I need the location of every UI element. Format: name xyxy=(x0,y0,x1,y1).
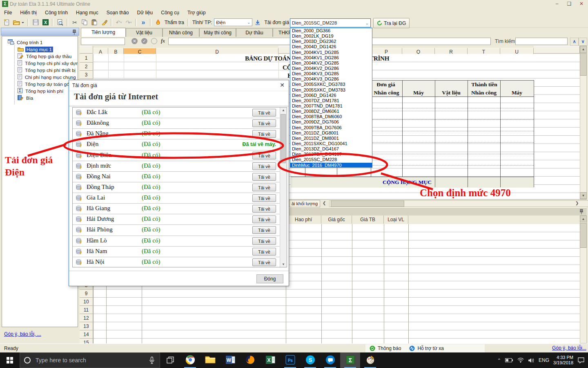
fx-icon[interactable]: fx xyxy=(161,38,165,44)
menu-item-2[interactable]: Công trình xyxy=(41,8,72,17)
tham-tra-button[interactable]: Thẩm tra xyxy=(163,20,185,25)
paint-taskbar-button[interactable] xyxy=(360,352,380,368)
copy-icon[interactable] xyxy=(80,18,89,27)
sidebar-item-4[interactable]: Tổng hợp chi phí thiết bị xyxy=(18,67,77,74)
h-scrollbar-thumb[interactable] xyxy=(331,200,404,207)
dropdown-item-21[interactable]: Dien_2011SXKC_DG10041 xyxy=(290,141,372,146)
menu-item-3[interactable]: Hạng mục xyxy=(72,8,102,17)
dropdown-item-13[interactable]: Dien_2007DZ_DM1781 xyxy=(290,98,372,103)
row-header-11[interactable]: 11 xyxy=(80,306,93,314)
cancel-icon[interactable]: ✕ xyxy=(131,38,138,44)
skype-taskbar-button[interactable]: S xyxy=(300,352,320,368)
tai-ve-button[interactable]: Tải về xyxy=(252,258,276,266)
tai-ve-button[interactable]: Tải về xyxy=(252,130,276,138)
paste-icon[interactable] xyxy=(90,18,99,27)
sidebar-item-5[interactable]: Chi phí hạng mục chung xyxy=(18,74,77,81)
row-header-12[interactable]: 12 xyxy=(80,314,93,322)
row-header-14[interactable]: 14 xyxy=(80,330,93,339)
sidebar-item-1[interactable]: Hạng mục 1 xyxy=(18,46,53,53)
search-prev-button[interactable]: ∧ xyxy=(570,38,579,46)
dialog-scrollbar[interactable]: ▲ ▼ xyxy=(280,108,287,267)
tai-ve-button[interactable]: Tải về xyxy=(252,184,276,191)
scrollbar-thumb[interactable] xyxy=(281,114,286,163)
print-preview-icon[interactable] xyxy=(56,18,65,27)
dropdown-item-0[interactable]: Dien_2000_DG366 xyxy=(290,28,372,34)
tai-ve-button[interactable]: Tải về xyxy=(252,205,276,213)
dropdown-item-7[interactable]: Dien_2004KV2_DG286 xyxy=(290,66,372,71)
tai-ve-button[interactable]: Tải về xyxy=(252,215,276,223)
scroll-up-icon[interactable]: ▲ xyxy=(580,46,587,53)
feedback-link[interactable]: Góp ý, báo lỗi... xyxy=(552,345,586,351)
taskbar-clock[interactable]: 4:33 PM 3/19/2018 xyxy=(553,355,573,366)
tab-0[interactable]: Tiên lượng xyxy=(81,28,126,37)
minimize-icon[interactable]: – xyxy=(551,0,563,7)
taskbar-search[interactable]: Type here to search xyxy=(20,352,160,368)
speaker-icon[interactable] xyxy=(528,358,535,363)
sidebar-item-0[interactable]: Công trình 1 xyxy=(8,39,44,46)
cut-icon[interactable]: ✂ xyxy=(70,18,79,27)
dropdown-item-11[interactable]: Dien_2005SXKC_DM3783 xyxy=(290,88,372,93)
dropdown-item-4[interactable]: Dien_2004KV1_DG285 xyxy=(290,50,372,55)
close-icon[interactable]: ✕ xyxy=(280,82,285,88)
dropdown-item-14[interactable]: Dien_2007TND_DM1781 xyxy=(290,103,372,109)
row-header-3[interactable]: 3 xyxy=(80,71,93,79)
row-header-9[interactable]: 9 xyxy=(80,289,93,298)
tab-1[interactable]: Vật liệu xyxy=(126,28,163,37)
dropdown-item-8[interactable]: Dien_2004KV3_DG285 xyxy=(290,71,372,76)
firefox-taskbar-button[interactable] xyxy=(240,352,260,368)
status-remote[interactable]: Hỗ trợ từ xa xyxy=(417,346,444,351)
dropdown-item-17[interactable]: Dien_2009DZ_DG7606 xyxy=(290,119,372,125)
chrome-taskbar-button[interactable] xyxy=(180,352,200,368)
battery-icon[interactable] xyxy=(505,358,513,363)
row-header-1[interactable]: 1 xyxy=(80,54,93,63)
tai-ve-button[interactable]: Tải về xyxy=(252,109,276,117)
start-button[interactable] xyxy=(0,352,20,368)
tab-scroll-left-icon[interactable]: ❮ xyxy=(323,201,326,205)
tai-ve-button[interactable]: Tải về xyxy=(252,162,276,170)
analysis-col-1[interactable]: Giá gốc xyxy=(321,215,352,224)
pin-icon[interactable] xyxy=(72,29,76,36)
redo-icon[interactable]: ↷▾ xyxy=(124,18,133,27)
dropdown-item-3[interactable]: Dien_2004D_DG1426 xyxy=(290,44,372,49)
tray-expand-icon[interactable]: ⌃ xyxy=(497,358,501,363)
dropdown-item-24[interactable]: Dien_2015SC_DM228 xyxy=(290,157,372,162)
tai-don-gia-button[interactable]: Tải đơn giá xyxy=(263,20,290,25)
undo-icon[interactable]: ↶▾ xyxy=(114,18,123,27)
tab-4[interactable]: Dự thầu xyxy=(236,28,273,37)
fast-forward-icon[interactable]: » xyxy=(139,18,148,27)
zalo-taskbar-button[interactable] xyxy=(320,352,340,368)
tab-2[interactable]: Nhân công xyxy=(163,28,199,37)
dropdown-item-10[interactable]: Dien_2005SXKC_DG3783 xyxy=(290,82,372,87)
dropdown-item-25[interactable]: DinhMuc_2016_DM4970 xyxy=(290,163,372,168)
pin-icon[interactable] xyxy=(579,209,584,215)
eta-app-taskbar-button[interactable]: Σ xyxy=(340,352,360,368)
dropdown-item-15[interactable]: Dien_2008DZ_DM6061 xyxy=(290,109,372,114)
dropdown-item-2[interactable]: Dien_2003D_DG2362 xyxy=(290,39,372,44)
column-header-blank[interactable] xyxy=(80,46,93,54)
photoshop-taskbar-button[interactable]: Ps xyxy=(280,352,300,368)
maximize-icon[interactable]: ❑ xyxy=(564,0,575,7)
tab-scroll-right-icon[interactable]: ❯ xyxy=(575,201,579,205)
dropdown-item-9[interactable]: Dien_2004KV3_DG286 xyxy=(290,76,372,82)
scroll-up-icon[interactable]: ▲ xyxy=(280,108,287,112)
search-next-button[interactable]: ∨ xyxy=(579,38,587,46)
sidebar-item-3[interactable]: Tổng hợp chi phí xây dựng xyxy=(18,60,78,67)
analysis-col-2[interactable]: Giá TB xyxy=(352,215,384,224)
analysis-col-3[interactable]: Loại VL xyxy=(384,215,408,224)
dong-button[interactable]: Đóng xyxy=(256,274,283,283)
scrollbar-thumb[interactable] xyxy=(580,223,587,248)
dropdown-item-23[interactable]: Dien_2013TBA_DG4167 xyxy=(290,152,372,157)
menu-item-5[interactable]: Dữ liệu xyxy=(133,8,157,17)
dropdown-item-5[interactable]: Dien_2004KV1_DG286 xyxy=(290,55,372,61)
file-explorer-taskbar-button[interactable] xyxy=(200,352,220,368)
scroll-down-icon[interactable]: ▼ xyxy=(280,263,287,266)
open-file-icon[interactable] xyxy=(12,18,25,27)
tai-ve-button[interactable]: Tải về xyxy=(252,152,276,159)
export-excel-icon[interactable]: X xyxy=(41,18,50,27)
new-document-icon[interactable] xyxy=(2,18,11,27)
dropdown-item-12[interactable]: Dien_2006D_DG1426 xyxy=(290,93,372,98)
dropdown-item-1[interactable]: Dien_2002LK_DG19 xyxy=(290,34,372,39)
row-header-10[interactable]: 10 xyxy=(80,298,93,306)
confirm-icon[interactable]: ✓ xyxy=(141,38,147,44)
menu-item-4[interactable]: Soạn thảo xyxy=(102,8,133,17)
